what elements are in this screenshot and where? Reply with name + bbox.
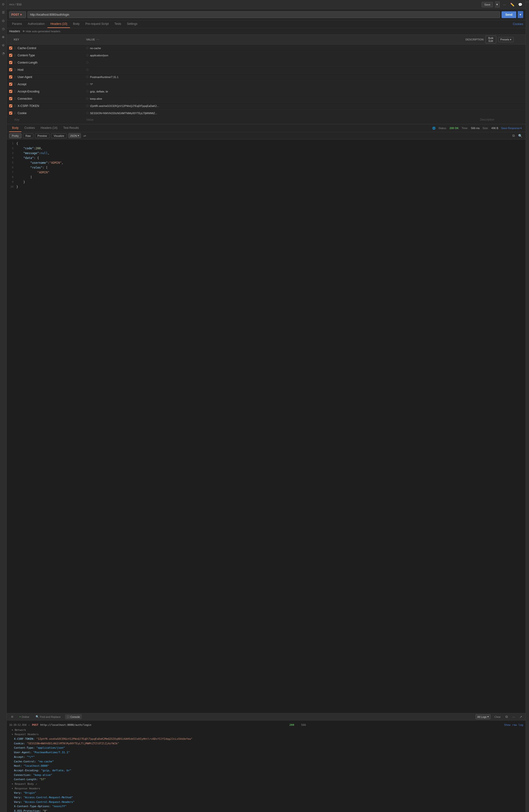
comment-icon-button[interactable]: 💬 <box>517 2 523 8</box>
more-button[interactable]: ··· <box>502 2 507 8</box>
sidebar-icon-home[interactable]: ⊙ <box>1 2 5 6</box>
status-label: Status: <box>439 127 447 130</box>
save-dropdown-button[interactable]: ▾ <box>495 1 500 8</box>
info-icon: ⓘ <box>14 90 16 93</box>
method-label: POST <box>11 13 19 16</box>
format-preview-button[interactable]: Preview <box>35 133 49 138</box>
sidebar-icon-history[interactable]: ◔ <box>1 51 5 55</box>
header-key-cell: ⓘ Cache-Control <box>7 45 84 51</box>
request-headers-section-header[interactable]: Request Headers <box>9 732 523 737</box>
header-key-cell: ⓘ Connection <box>7 96 84 102</box>
save-response-button[interactable]: Save Response ▾ <box>501 127 522 130</box>
search-response-button[interactable]: 🔍 <box>517 133 523 138</box>
header-checkbox[interactable] <box>9 61 12 64</box>
bottom-tab-find-replace[interactable]: 🔍 Find and Replace <box>34 714 62 719</box>
all-logs-select[interactable]: All Logs ▾ <box>475 714 490 719</box>
header-row: ⓘ Host ⓘ <box>7 66 526 73</box>
bottom-tab-layout[interactable]: ⊞ <box>9 714 15 719</box>
sidebar-icon-monitors[interactable]: ⊕ <box>1 35 5 39</box>
json-language-label: JSON <box>70 134 77 137</box>
header-key-cell: ⓘ X-CSRF-TOKEN <box>7 103 84 109</box>
tab-settings[interactable]: Settings <box>124 20 140 28</box>
copy-response-button[interactable]: ⧉ <box>511 133 516 138</box>
header-rows: ⓘ Cache-Control ⓘ no-cache ⓘ Content-Typ… <box>7 45 526 117</box>
console-bullet: ▸ <box>28 723 30 727</box>
copy-console-button[interactable]: ⧉ <box>504 714 509 719</box>
header-checkbox[interactable] <box>9 104 12 107</box>
clear-button[interactable]: Clear <box>493 715 502 719</box>
json-line-6: 6 "roles": [ <box>7 165 526 170</box>
tab-tests[interactable]: Tests <box>112 20 124 28</box>
response-tab-cookies[interactable]: Cookies <box>21 124 38 132</box>
response-tab-test-results[interactable]: Test Results <box>60 124 82 132</box>
show-raw-log-link[interactable]: Show raw log <box>504 723 523 727</box>
header-checkbox[interactable] <box>9 54 12 57</box>
sidebar-icon-collections[interactable]: ☰ <box>1 10 5 14</box>
header-checkbox[interactable] <box>9 75 12 78</box>
bottom-tab-console[interactable]: ⬚ Console <box>65 714 82 719</box>
bottom-tab-online[interactable]: ● Online <box>18 714 31 719</box>
more-console-button[interactable]: ··· <box>511 714 516 719</box>
format-icon-button[interactable]: ⇌ <box>82 133 87 138</box>
header-checkbox[interactable] <box>9 83 12 86</box>
tab-prerequest[interactable]: Pre-request Script <box>83 20 112 28</box>
online-label: Online <box>22 715 29 718</box>
header-checkbox[interactable] <box>9 90 12 93</box>
header-key: Connection <box>18 97 32 100</box>
col-key: KEY <box>14 38 19 41</box>
tab-params[interactable]: Params <box>9 20 25 28</box>
add-desc-cell[interactable]: Description <box>477 117 526 124</box>
send-button[interactable]: Send <box>502 11 516 18</box>
save-button[interactable]: Save <box>482 2 493 7</box>
json-line-5: 5 "username": "ADMIN", <box>7 161 526 165</box>
header-checkbox[interactable] <box>9 46 12 49</box>
format-visualize-button[interactable]: Visualize <box>51 133 67 138</box>
edit-icon-button[interactable]: ✏️ <box>509 2 515 8</box>
send-dropdown-button[interactable]: ▾ <box>518 11 523 18</box>
presets-button[interactable]: Presets ▾ <box>498 37 514 42</box>
expand-console-button[interactable]: ↗ <box>518 714 523 719</box>
sidebar-icon-mock[interactable]: ◷ <box>1 27 5 31</box>
tab-authorization[interactable]: Authorization <box>25 20 47 28</box>
json-language-select[interactable]: JSON ▾ <box>68 133 81 138</box>
console-resp-xxss: X-XSS-Protection: "0" <box>9 809 523 812</box>
add-key-cell[interactable]: Key <box>7 117 84 124</box>
header-checkbox[interactable] <box>9 68 12 71</box>
breadcrumb: recs / 登録 <box>9 3 22 6</box>
header-value-cell: ⓘ gzip, deflate, br <box>84 89 477 95</box>
response-tab-body[interactable]: Body <box>9 124 21 132</box>
request-body-section-header[interactable]: Request Body ↗ <box>9 782 523 786</box>
bulk-edit-button[interactable]: Bulk Edit <box>485 35 496 43</box>
method-select[interactable]: POST ▾ <box>9 11 26 18</box>
sidebar-icon-environments[interactable]: ◎ <box>1 18 5 23</box>
header-value-cell: ⓘ IZphfR-xeaVwGOCERQzV12PWxQJ7EqDlTppqEa… <box>84 103 477 109</box>
col-value: VALUE <box>86 38 95 41</box>
format-raw-button[interactable]: Raw <box>23 133 33 138</box>
console-method: POST <box>32 723 39 727</box>
add-value-cell[interactable]: Value <box>84 117 477 124</box>
json-language-chevron-icon: ▾ <box>78 134 79 137</box>
console-prop-accept-encoding: Accept-Encoding: "gzip, deflate, br" <box>9 768 523 773</box>
console-prop-user-agent: User-Agent: "PostmanRuntime/7.31.1" <box>9 750 523 755</box>
cookies-link[interactable]: Cookies <box>513 23 523 26</box>
main-content: recs / 登録 Save ▾ ··· ✏️ 💬 POST ▾ Send ▾ … <box>7 0 526 812</box>
time-label: Time: <box>461 127 468 130</box>
network-section-header[interactable]: Network <box>9 728 523 733</box>
request-tab-nav: Params Authorization Headers (10) Body P… <box>7 20 526 28</box>
header-value-cell: ⓘ <box>84 67 477 73</box>
header-key-cell: ⓘ Host <box>7 67 84 73</box>
header-checkbox[interactable] <box>9 97 12 100</box>
tab-headers[interactable]: Headers (10) <box>47 20 70 28</box>
sidebar-icon-team[interactable]: ⊘ <box>1 43 5 47</box>
header-checkbox[interactable] <box>9 112 12 115</box>
console-label: Console <box>70 715 80 718</box>
right-sidebar-icon[interactable]: │ <box>526 1 529 3</box>
url-input[interactable] <box>27 11 500 18</box>
hide-auto-headers-link[interactable]: 👁 Hide auto-generated headers <box>23 30 60 33</box>
response-tab-headers[interactable]: Headers (14) <box>38 124 60 132</box>
console-prop-cache-control: Cache-Control: "no-cache" <box>9 759 523 764</box>
format-pretty-button[interactable]: Pretty <box>9 133 21 138</box>
response-headers-section-header[interactable]: Response Headers <box>9 786 523 791</box>
header-desc-cell <box>477 105 526 107</box>
tab-body[interactable]: Body <box>70 20 82 28</box>
